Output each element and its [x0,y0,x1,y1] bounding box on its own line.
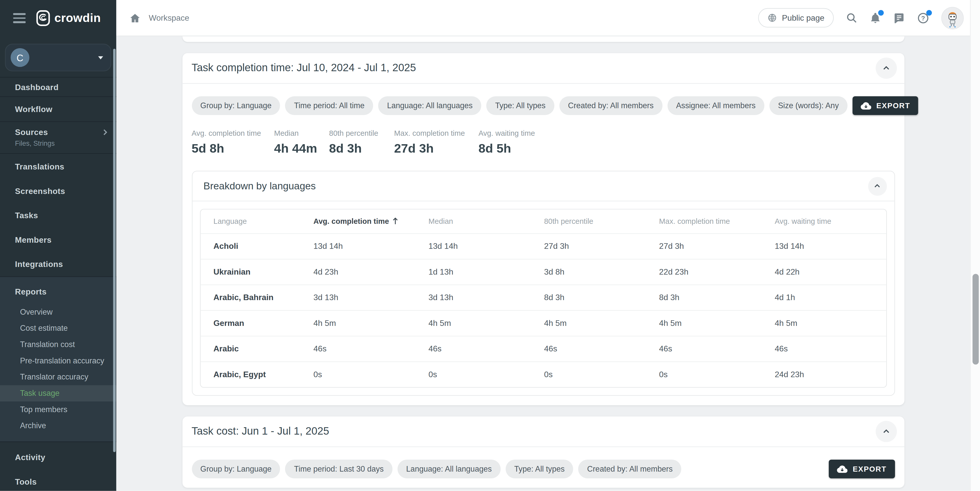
notification-dot [926,10,932,15]
chevron-up-icon [881,64,890,72]
cell-median: 4h 5m [428,310,544,336]
messages-icon[interactable] [893,12,905,24]
cell-max: 27d 3h [659,233,775,259]
task-cost-title: Task cost: Jun 1 - Jul 1, 2025 [192,425,329,438]
cell-wait: 13d 14h [775,233,886,259]
cell-max: 0s [659,361,775,387]
sidebar-item-workflow[interactable]: Workflow [0,97,116,121]
column-max-completion-time[interactable]: Max. completion time [659,209,775,233]
globe-icon [767,13,777,22]
cell-p80: 4h 5m [544,310,659,336]
cell-language: Acholi [200,233,313,259]
filter-chip-language[interactable]: Language: All languages [398,460,500,478]
cell-wait: 4h 5m [775,310,886,336]
cell-avg: 46s [313,336,428,361]
filter-chip-language[interactable]: Language: All languages [378,96,481,115]
sidebar-item-translator-accuracy[interactable]: Translator accuracy [0,369,116,385]
column-avg-completion-time[interactable]: Avg. completion time [313,209,428,233]
table-row: Arabic, Egypt 0s 0s 0s 0s 24d 23h [200,361,886,387]
chevron-up-icon [873,182,881,190]
user-avatar[interactable] [941,6,964,29]
sidebar-item-translations[interactable]: Translations [0,155,116,179]
cell-language: Arabic, Bahrain [200,285,313,310]
home-icon[interactable] [129,12,140,24]
cell-p80: 46s [544,336,659,361]
collapse-breakdown-button[interactable] [868,177,887,196]
sidebar-item-overview[interactable]: Overview [0,304,116,320]
table-row: Arabic, Bahrain 3d 13h 3d 13h 8d 3h 8d 3… [200,285,886,310]
sidebar-item-cost-estimate[interactable]: Cost estimate [0,320,116,336]
filter-chip-created-by[interactable]: Created by: All members [559,96,662,115]
export-button[interactable]: EXPORT [853,96,918,115]
sidebar-item-top-members[interactable]: Top members [0,402,116,418]
breakdown-title: Breakdown by languages [204,180,316,192]
robot-avatar-image [942,7,963,28]
cell-avg: 0s [313,361,428,387]
column-avg-waiting-time[interactable]: Avg. waiting time [775,209,886,233]
cloud-upload-icon [861,100,871,111]
export-button[interactable]: EXPORT [829,460,895,478]
app: crowdin C Dashboard Workflow Sources Fil… [0,0,980,491]
stat-median: Median 4h 44m [274,129,329,156]
filter-chip-type[interactable]: Type: All types [506,460,573,478]
breadcrumb[interactable]: Workspace [129,12,189,24]
collapse-task-cost-button[interactable] [875,421,897,442]
sidebar-item-dashboard[interactable]: Dashboard [0,78,116,96]
filter-chip-created-by[interactable]: Created by: All members [578,460,681,478]
sidebar-item-tools[interactable]: Tools [0,470,116,491]
cell-wait: 4d 1h [775,285,886,310]
cell-p80: 3d 8h [544,259,659,284]
task-cost-card: Task cost: Jun 1 - Jul 1, 2025 Group by:… [182,416,904,488]
sidebar-item-pre-translation-accuracy[interactable]: Pre-translation accuracy [0,353,116,369]
chevron-up-icon [881,427,890,436]
workspace-selector[interactable]: C [5,44,111,72]
menu-toggle-button[interactable] [13,13,25,23]
column-language[interactable]: Language [200,209,313,233]
cell-language: Arabic, Egypt [200,361,313,387]
cell-p80: 27d 3h [544,233,659,259]
sidebar-item-sources[interactable]: Sources Files, Strings [0,122,116,153]
crowdin-logo-icon [36,10,50,26]
sidebar-item-translation-cost[interactable]: Translation cost [0,336,116,353]
cell-max: 8d 3h [659,285,775,310]
help-icon[interactable]: ? [917,11,929,24]
crowdin-logo-text: crowdin [54,11,101,25]
cell-max: 46s [659,336,775,361]
sidebar-item-task-usage[interactable]: Task usage [0,385,116,402]
sort-ascending-icon [392,217,399,225]
filter-chip-assignee[interactable]: Assignee: All members [667,96,764,115]
crowdin-logo[interactable]: crowdin [36,10,101,26]
public-page-button[interactable]: Public page [758,8,834,27]
filter-chip-group-by[interactable]: Group by: Language [192,96,280,115]
notifications-bell-icon[interactable] [869,12,881,24]
sidebar-item-integrations[interactable]: Integrations [0,252,116,276]
sidebar-scrollbar[interactable] [113,49,116,452]
languages-table: Language Avg. completion time [200,209,887,387]
cell-wait: 24d 23h [775,361,886,387]
sidebar-item-activity[interactable]: Activity [0,445,116,470]
column-80th-percentile[interactable]: 80th percentile [544,209,659,233]
filter-chip-type[interactable]: Type: All types [487,96,554,115]
search-icon[interactable] [846,12,858,24]
filter-chip-time-period[interactable]: Time period: Last 30 days [285,460,393,478]
filter-chip-size[interactable]: Size (words): Any [769,96,848,115]
breadcrumb-workspace[interactable]: Workspace [149,13,189,22]
sidebar-nav: Dashboard Workflow Sources Files, String… [0,78,116,491]
filter-chip-time-period[interactable]: Time period: All time [285,96,374,115]
collapse-task-completion-button[interactable] [875,57,897,79]
breakdown-by-languages-section: Breakdown by languages [192,171,895,396]
page-scrollbar-thumb[interactable] [973,274,979,364]
task-cost-filters: Group by: Language Time period: Last 30 … [192,460,895,478]
cell-median: 13d 14h [428,233,544,259]
sidebar-item-reports[interactable]: Reports [0,279,116,304]
sidebar-item-tasks[interactable]: Tasks [0,203,116,228]
column-median[interactable]: Median [428,209,544,233]
sidebar-item-screenshots[interactable]: Screenshots [0,179,116,203]
main-content: Task completion time: Jul 10, 2024 - Jul… [116,36,970,491]
filter-chip-group-by[interactable]: Group by: Language [192,460,280,478]
page-scrollbar [970,0,980,491]
cell-avg: 13d 14h [313,233,428,259]
sidebar-item-archive[interactable]: Archive [0,418,116,434]
cell-p80: 8d 3h [544,285,659,310]
sidebar-item-members[interactable]: Members [0,228,116,252]
